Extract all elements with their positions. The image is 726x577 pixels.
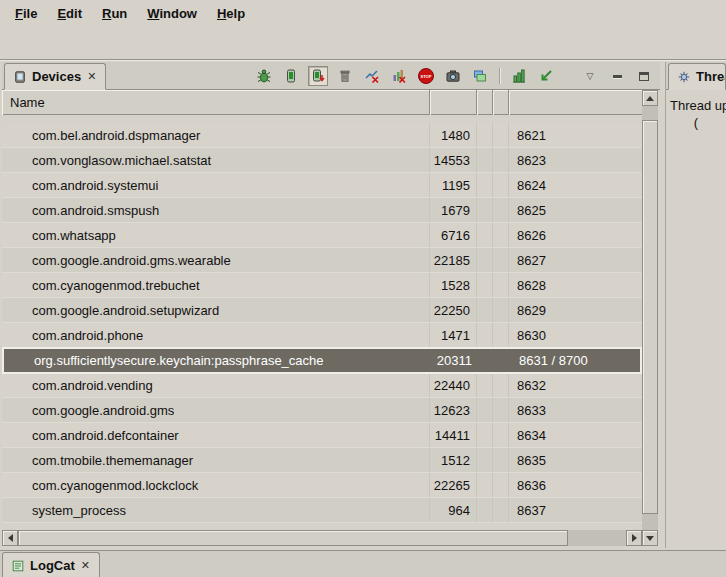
process-name-cell: com.android.smspush	[2, 198, 430, 222]
table-row[interactable]: com.android.vending224408632	[2, 373, 642, 398]
spacer-cell	[493, 248, 509, 272]
scroll-left-button[interactable]	[2, 530, 18, 546]
menu-window[interactable]: Window	[138, 2, 206, 25]
pid-cell: 22440	[430, 373, 477, 397]
threads-message-line2: (	[666, 115, 726, 130]
scroll-right-button[interactable]	[626, 530, 642, 546]
table-row[interactable]: com.cyanogenmod.lockclock222658636	[2, 473, 642, 498]
port-cell: 8635	[509, 448, 642, 472]
method-profiling-icon[interactable]	[389, 66, 409, 86]
trend-arrow-icon[interactable]	[536, 66, 556, 86]
table-row[interactable]: com.google.android.gms126238633	[2, 398, 642, 423]
dump-hprof-icon[interactable]	[308, 66, 328, 86]
logcat-bar: LogCat ✕	[0, 550, 726, 577]
column-header-spacer1[interactable]	[477, 90, 493, 115]
spacer-cell	[477, 173, 493, 197]
process-name-cell: com.whatsapp	[2, 223, 430, 247]
cause-gc-icon[interactable]	[335, 66, 355, 86]
table-row[interactable]: com.whatsapp67168626	[2, 223, 642, 248]
column-header-pid[interactable]	[430, 90, 477, 115]
menu-edit[interactable]: Edit	[48, 2, 91, 25]
tab-devices-label: Devices	[32, 69, 81, 84]
spacer-cell	[479, 349, 495, 372]
process-name-cell: com.bel.android.dspmanager	[2, 123, 430, 147]
pid-cell: 12623	[430, 398, 477, 422]
close-icon[interactable]: ✕	[86, 70, 97, 83]
maximize-icon[interactable]	[634, 66, 654, 86]
port-cell: 8632	[509, 373, 642, 397]
pid-cell: 1528	[430, 273, 477, 297]
pid-cell: 1471	[430, 323, 477, 347]
horizontal-scroll-thumb[interactable]	[18, 530, 568, 546]
menu-file[interactable]: File	[6, 2, 46, 25]
table-row[interactable]: com.vonglasow.michael.satstat145538623	[2, 148, 642, 173]
pid-cell: 20311	[432, 349, 479, 372]
devices-view: Devices ✕	[2, 62, 660, 548]
layers-icon[interactable]	[470, 66, 490, 86]
process-name-cell: com.android.defcontainer	[2, 423, 430, 447]
screen-capture-icon[interactable]	[443, 66, 463, 86]
table-row[interactable]: com.android.phone14718630	[2, 323, 642, 348]
device-table-header: Name	[2, 90, 642, 115]
spacer-cell	[477, 498, 493, 522]
main-area: Devices ✕	[0, 60, 726, 550]
process-name-cell: com.google.android.gms	[2, 398, 430, 422]
port-cell: 8627	[509, 248, 642, 272]
table-row[interactable]: com.android.smspush16798625	[2, 198, 642, 223]
table-row[interactable]: system_process9648637	[2, 498, 642, 523]
port-cell: 8623	[509, 148, 642, 172]
process-name-cell: com.android.vending	[2, 373, 430, 397]
pid-cell: 22185	[430, 248, 477, 272]
update-heap-icon[interactable]	[281, 66, 301, 86]
table-row[interactable]: com.google.android.setupwizard222508629	[2, 298, 642, 323]
device-table-body: com.bel.android.dspmanager14808621com.vo…	[2, 115, 642, 524]
process-name-cell: com.tmobile.thememanager	[2, 448, 430, 472]
table-row[interactable]: com.android.systemui11958624	[2, 173, 642, 198]
vertical-scroll-thumb[interactable]	[642, 120, 658, 514]
close-icon[interactable]: ✕	[80, 559, 91, 572]
pid-cell: 1679	[430, 198, 477, 222]
table-row[interactable]: org.sufficientlysecure.keychain:passphra…	[2, 347, 642, 374]
spacer-cell	[477, 373, 493, 397]
tab-logcat-label: LogCat	[30, 558, 75, 573]
process-name-cell: org.sufficientlysecure.keychain:passphra…	[4, 349, 432, 372]
tab-devices[interactable]: Devices ✕	[4, 63, 106, 90]
tab-logcat[interactable]: LogCat ✕	[2, 552, 100, 577]
spacer-cell	[493, 423, 509, 447]
scroll-up-button[interactable]	[642, 90, 658, 106]
vertical-scrollbar[interactable]	[642, 90, 658, 546]
menu-help[interactable]: Help	[208, 2, 254, 25]
column-header-port[interactable]	[509, 90, 642, 115]
port-cell: 8637	[509, 498, 642, 522]
spacer-cell	[493, 273, 509, 297]
minimize-icon[interactable]	[607, 66, 627, 86]
table-row[interactable]: com.android.defcontainer144118634	[2, 423, 642, 448]
spacer-cell	[493, 498, 509, 522]
stop-process-icon[interactable]: STOP	[416, 66, 436, 86]
port-cell: 8625	[509, 198, 642, 222]
debug-process-icon[interactable]	[254, 66, 274, 86]
chart-columns-icon[interactable]	[509, 66, 529, 86]
process-name-cell: com.vonglasow.michael.satstat	[2, 148, 430, 172]
table-row[interactable]: com.cyanogenmod.trebuchet15288628	[2, 273, 642, 298]
scroll-right-icon	[632, 534, 637, 542]
table-row[interactable]: com.google.android.gms.wearable221858627	[2, 248, 642, 273]
pid-cell: 1480	[430, 123, 477, 147]
spacer-cell	[493, 298, 509, 322]
process-name-cell: com.google.android.setupwizard	[2, 298, 430, 322]
menu-run[interactable]: Run	[93, 2, 136, 25]
scroll-left-icon	[8, 534, 13, 542]
update-threads-icon[interactable]	[362, 66, 382, 86]
column-header-name[interactable]: Name	[2, 90, 430, 115]
tab-threads-label: Threa	[696, 69, 726, 84]
table-row[interactable]: com.bel.android.dspmanager14808621	[2, 123, 642, 148]
view-menu-icon[interactable]: ▽	[580, 66, 600, 86]
scroll-down-button[interactable]	[642, 530, 658, 546]
horizontal-scrollbar[interactable]	[2, 530, 642, 546]
threads-icon	[677, 70, 691, 84]
device-icon	[13, 70, 27, 84]
tab-threads[interactable]: Threa	[668, 63, 726, 90]
column-header-spacer2[interactable]	[493, 90, 509, 115]
spacer-cell	[493, 373, 509, 397]
table-row[interactable]: com.tmobile.thememanager15128635	[2, 448, 642, 473]
